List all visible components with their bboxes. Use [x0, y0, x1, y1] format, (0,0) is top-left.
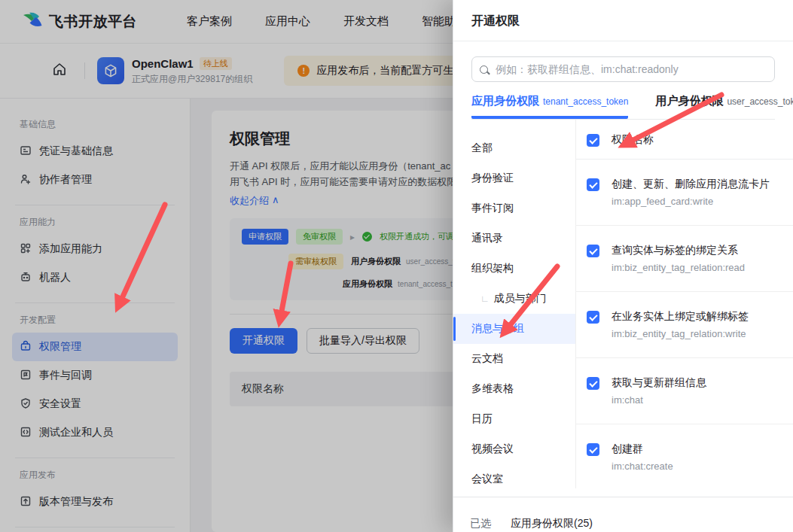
category-messages-groups[interactable]: 消息与群组: [453, 314, 575, 344]
category-calendar[interactable]: 日历: [453, 404, 575, 434]
permission-search[interactable]: [471, 56, 775, 82]
permission-checkbox[interactable]: [587, 245, 599, 257]
permission-row: 创建群 im:chat:create: [576, 424, 793, 490]
category-meeting-rooms[interactable]: 会议室: [453, 464, 575, 494]
permission-checkbox[interactable]: [587, 443, 599, 456]
permission-checkbox[interactable]: [587, 311, 599, 324]
category-contacts[interactable]: 通讯录: [453, 223, 575, 254]
permission-checkbox[interactable]: [587, 377, 599, 390]
search-icon: [480, 65, 488, 74]
token-tabs: 应用身份权限tenant_access_token 用户身份权限user_acc…: [471, 94, 775, 120]
permission-row: 创建、更新、删除应用消息流卡片 im:app_feed_card:write: [576, 160, 793, 226]
category-event-subscription[interactable]: 事件订阅: [453, 193, 575, 223]
select-all-checkbox[interactable]: [587, 134, 599, 147]
category-cloud-docs[interactable]: 云文档: [453, 344, 575, 374]
permission-checkbox[interactable]: [587, 178, 599, 191]
permission-list: 权限名称 创建、更新、删除应用消息流卡片 im:app_feed_card:wr…: [575, 120, 793, 488]
selected-count: 应用身份权限(25): [511, 517, 593, 530]
permission-row: 在业务实体上绑定或解绑标签 im:biz_entity_tag_relation…: [576, 292, 793, 358]
permission-row: 获取与更新群组信息 im:chat: [576, 358, 793, 424]
permission-list-header: 权限名称: [576, 120, 793, 160]
tab-user-access-token[interactable]: 用户身份权限user_access_token: [655, 94, 793, 119]
category-members-departments[interactable]: ∟ 成员与部门: [453, 284, 575, 314]
open-permissions-drawer: 开通权限 应用身份权限tenant_access_token 用户身份权限use…: [453, 0, 793, 532]
sub-connector-icon: ∟: [480, 293, 490, 304]
selected-label: 已选: [470, 517, 491, 530]
drawer-footer: 已选 应用身份权限(25): [453, 497, 793, 530]
app-viewport: 飞书开放平台 客户案例 应用中心 开发文档 智能助手 ✦AI 开发: [0, 0, 793, 532]
permission-row: 查询实体与标签的绑定关系 im:biz_entity_tag_relation:…: [576, 226, 793, 292]
category-video-meetings[interactable]: 视频会议: [453, 434, 575, 464]
category-identity-verification[interactable]: 身份验证: [453, 163, 575, 193]
category-list: 全部 身份验证 事件订阅 通讯录 组织架构 ∟ 成员与部门 消息与群组 云文档 …: [453, 120, 575, 488]
drawer-body: 全部 身份验证 事件订阅 通讯录 组织架构 ∟ 成员与部门 消息与群组 云文档 …: [453, 120, 793, 488]
search-input[interactable]: [494, 62, 767, 76]
tab-tenant-access-token[interactable]: 应用身份权限tenant_access_token: [471, 94, 628, 119]
category-org-structure[interactable]: 组织架构: [453, 254, 575, 284]
category-all[interactable]: 全部: [453, 133, 575, 163]
category-base-tables[interactable]: 多维表格: [453, 374, 575, 404]
drawer-title: 开通权限: [453, 0, 793, 41]
